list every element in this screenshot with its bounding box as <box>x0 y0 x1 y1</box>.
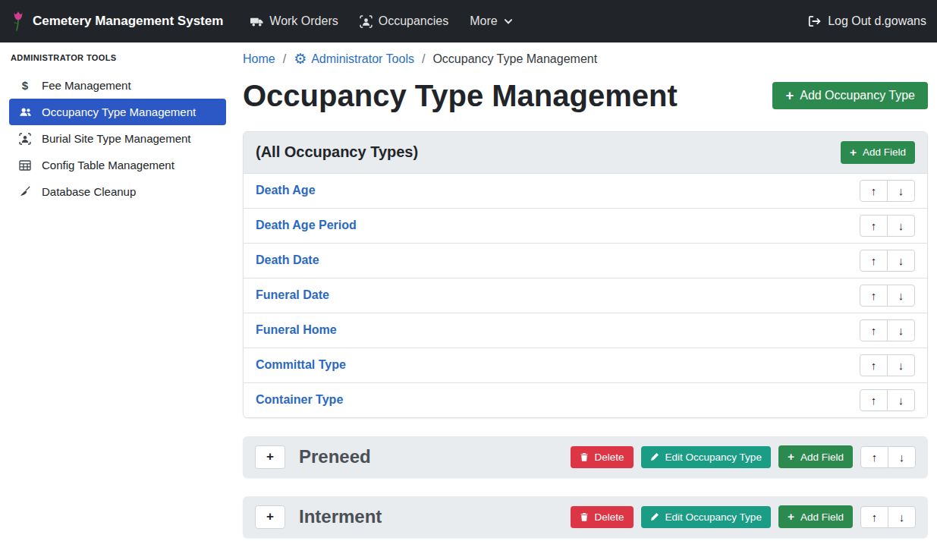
sidebar-item-database-cleanup[interactable]: Database Cleanup <box>9 178 226 205</box>
reorder-button-group: ↑ ↓ <box>860 285 915 307</box>
truck-icon <box>250 15 263 28</box>
breadcrumb-administrator-tools-link[interactable]: ⚙ Administrator Tools <box>294 52 414 66</box>
section-actions: Delete Edit Occupancy Type + Add Field ↑ <box>571 505 916 528</box>
logout-link[interactable]: Log Out d.gowans <box>807 14 926 28</box>
occupancy-type-section-interment: + Interment Delete <box>243 496 928 538</box>
move-up-button[interactable]: ↑ <box>860 215 888 237</box>
breadcrumb: Home / ⚙ Administrator Tools / Occupancy… <box>243 52 928 66</box>
brand-link[interactable]: Cemetery Management System <box>11 10 223 33</box>
field-link[interactable]: Death Age Period <box>256 219 357 232</box>
sidebar: Administrator Tools $ Fee Management Occ… <box>0 42 234 560</box>
reorder-button-group: ↑ ↓ <box>860 250 915 272</box>
field-row: Funeral Home ↑ ↓ <box>244 313 927 348</box>
nav-more[interactable]: More <box>459 8 523 34</box>
person-bounding-box-icon <box>18 133 32 145</box>
top-navbar: Cemetery Management System Work Orders <box>0 0 937 42</box>
occupancy-type-name: Preneed <box>299 446 371 467</box>
add-occupancy-type-button[interactable]: + Add Occupancy Type <box>772 82 928 109</box>
move-up-button[interactable]: ↑ <box>860 446 888 468</box>
reorder-button-group: ↑ ↓ <box>860 354 915 376</box>
edit-occupancy-type-button[interactable]: Edit Occupancy Type <box>641 506 771 528</box>
field-row: Funeral Date ↑ ↓ <box>244 278 927 313</box>
sidebar-item-label: Database Cleanup <box>42 185 136 198</box>
field-link[interactable]: Committal Type <box>256 358 346 372</box>
dollar-icon: $ <box>18 79 32 92</box>
sidebar-heading: Administrator Tools <box>9 53 226 62</box>
box-arrow-right-icon <box>807 14 821 28</box>
edit-occupancy-type-label: Edit Occupancy Type <box>665 511 762 523</box>
add-field-label: Add Field <box>863 146 906 158</box>
occupancy-type-name: Interment <box>299 506 382 527</box>
page-title: Occupancy Type Management <box>243 77 678 115</box>
move-down-button[interactable]: ↓ <box>887 215 915 237</box>
nav-occupancies[interactable]: Occupancies <box>349 8 460 34</box>
occupancy-type-section-preneed: + Preneed Delete <box>243 436 928 478</box>
field-link[interactable]: Funeral Date <box>256 288 329 302</box>
nav-work-orders-label: Work Orders <box>269 14 338 28</box>
move-up-button[interactable]: ↑ <box>860 506 888 528</box>
move-up-button[interactable]: ↑ <box>860 319 888 341</box>
flower-logo-icon <box>11 10 26 33</box>
expand-button[interactable]: + <box>255 445 285 469</box>
delete-button[interactable]: Delete <box>571 506 634 528</box>
reorder-button-group: ↑ ↓ <box>860 389 915 411</box>
field-row: Death Age Period ↑ ↓ <box>244 208 927 243</box>
field-row: Death Age ↑ ↓ <box>244 174 927 208</box>
nav-work-orders[interactable]: Work Orders <box>240 8 348 34</box>
add-field-button[interactable]: + Add Field <box>778 445 853 468</box>
person-bounding-box-icon <box>360 15 373 28</box>
breadcrumb-home-link[interactable]: Home <box>243 52 275 66</box>
move-up-button[interactable]: ↑ <box>860 285 888 307</box>
breadcrumb-home-label: Home <box>243 52 275 66</box>
move-down-button[interactable]: ↓ <box>887 285 915 307</box>
sidebar-item-config-table-management[interactable]: Config Table Management <box>9 152 226 178</box>
edit-occupancy-type-label: Edit Occupancy Type <box>665 451 762 463</box>
sidebar-item-occupancy-type-management[interactable]: Occupancy Type Management <box>9 99 226 125</box>
breadcrumb-separator: / <box>283 52 286 66</box>
expand-button[interactable]: + <box>255 505 285 529</box>
move-up-button[interactable]: ↑ <box>860 354 888 376</box>
move-down-button[interactable]: ↓ <box>887 389 915 411</box>
edit-occupancy-type-button[interactable]: Edit Occupancy Type <box>641 446 771 468</box>
logout-label: Log Out d.gowans <box>828 14 926 28</box>
field-link[interactable]: Death Age <box>256 184 316 197</box>
plus-icon: + <box>788 451 794 463</box>
sidebar-item-fee-management[interactable]: $ Fee Management <box>9 72 226 99</box>
reorder-button-group: ↑ ↓ <box>860 506 916 528</box>
add-field-button[interactable]: + Add Field <box>778 505 853 528</box>
table-icon <box>18 159 32 171</box>
delete-button[interactable]: Delete <box>571 446 634 468</box>
trash-icon <box>580 452 589 462</box>
main-content: Home / ⚙ Administrator Tools / Occupancy… <box>234 42 937 560</box>
move-down-button[interactable]: ↓ <box>887 250 915 272</box>
sidebar-item-burial-site-type-management[interactable]: Burial Site Type Management <box>9 125 226 152</box>
field-link[interactable]: Container Type <box>256 393 343 407</box>
move-down-button[interactable]: ↓ <box>887 354 915 376</box>
move-up-button[interactable]: ↑ <box>860 180 888 202</box>
nav-more-label: More <box>470 14 497 28</box>
delete-label: Delete <box>595 511 624 523</box>
sidebar-item-label: Burial Site Type Management <box>42 132 191 145</box>
move-down-button[interactable]: ↓ <box>887 180 915 202</box>
field-row: Death Date ↑ ↓ <box>244 243 927 278</box>
move-down-button[interactable]: ↓ <box>887 319 915 341</box>
add-field-label: Add Field <box>800 511 844 523</box>
card-header: (All Occupancy Types) + Add Field <box>244 132 927 174</box>
pencil-icon <box>650 452 659 461</box>
field-link[interactable]: Death Date <box>256 253 319 267</box>
card-title: (All Occupancy Types) <box>256 143 418 161</box>
nav-occupancies-label: Occupancies <box>379 14 449 28</box>
people-icon <box>18 105 32 118</box>
move-up-button[interactable]: ↑ <box>860 389 888 411</box>
move-down-button[interactable]: ↓ <box>888 506 916 528</box>
breadcrumb-separator: / <box>422 52 425 66</box>
pencil-icon <box>650 512 659 521</box>
move-down-button[interactable]: ↓ <box>888 446 916 468</box>
add-occupancy-type-label: Add Occupancy Type <box>800 89 915 102</box>
plus-icon: + <box>785 89 794 102</box>
move-up-button[interactable]: ↑ <box>860 250 888 272</box>
reorder-button-group: ↑ ↓ <box>860 180 915 202</box>
add-field-button[interactable]: + Add Field <box>841 141 915 164</box>
reorder-button-group: ↑ ↓ <box>860 319 915 341</box>
field-link[interactable]: Funeral Home <box>256 323 337 337</box>
